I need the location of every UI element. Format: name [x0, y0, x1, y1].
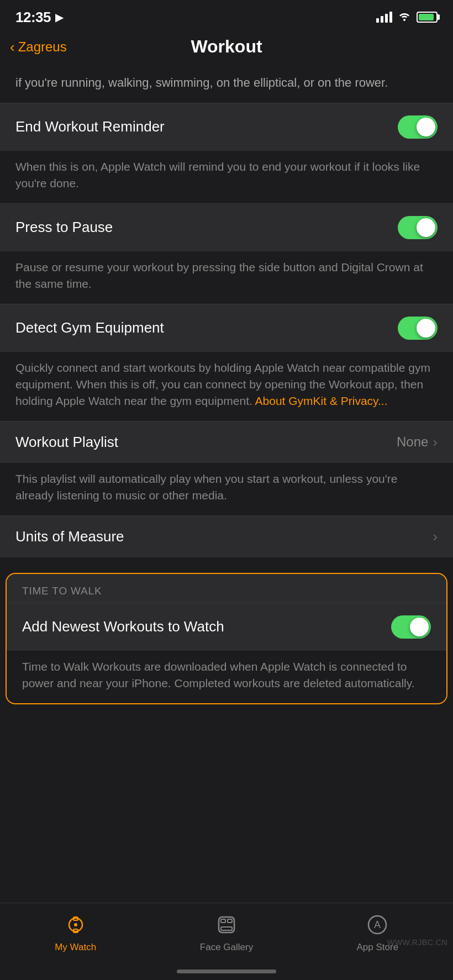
svg-point-4 — [74, 923, 77, 926]
my-watch-icon — [62, 911, 89, 939]
top-description: if you're running, walking, swimming, on… — [0, 66, 453, 103]
chevron-right-icon: › — [433, 528, 438, 545]
tab-my-watch[interactable]: My Watch — [48, 911, 103, 953]
back-chevron-icon: ‹ — [10, 40, 15, 54]
svg-rect-6 — [221, 919, 225, 923]
time-to-walk-header: TIME TO WALK — [7, 574, 446, 603]
workout-playlist-value: None — [397, 434, 428, 450]
press-to-pause-toggle[interactable] — [398, 216, 438, 239]
home-indicator — [177, 970, 276, 973]
status-time: 12:35 — [15, 9, 51, 26]
page-title: Workout — [191, 36, 262, 57]
add-newest-workouts-row: Add Newest Workouts to Watch — [7, 603, 446, 651]
time-to-walk-section: TIME TO WALK Add Newest Workouts to Watc… — [0, 573, 453, 704]
chevron-right-icon: › — [433, 434, 438, 451]
end-workout-reminder-description: When this is on, Apple Watch will remind… — [0, 151, 453, 203]
location-icon: ▶ — [55, 10, 64, 24]
tab-bar: My Watch Face Gallery A App Store — [0, 903, 453, 980]
toggle-knob — [417, 218, 435, 237]
svg-rect-8 — [221, 927, 232, 930]
face-gallery-tab-label: Face Gallery — [200, 942, 253, 953]
press-to-pause-label: Press to Pause — [15, 219, 113, 236]
toggle-knob — [417, 319, 435, 338]
nav-bar: ‹ Zagreus Workout — [0, 31, 453, 66]
toggle-knob — [417, 118, 435, 136]
wifi-icon — [398, 10, 411, 24]
end-workout-reminder-label: End Workout Reminder — [15, 118, 165, 135]
end-workout-reminder-row: End Workout Reminder — [0, 103, 453, 151]
units-chevron-group: › — [433, 528, 438, 545]
signal-icon — [376, 12, 392, 23]
add-newest-workouts-label: Add Newest Workouts to Watch — [22, 618, 224, 635]
spacer — [0, 557, 453, 568]
gymkit-privacy-link[interactable]: About GymKit & Privacy... — [255, 394, 388, 407]
highlight-border: TIME TO WALK Add Newest Workouts to Watc… — [6, 573, 447, 704]
add-newest-workouts-toggle[interactable] — [391, 615, 431, 639]
face-gallery-icon — [213, 911, 240, 939]
end-workout-reminder-toggle[interactable] — [398, 115, 438, 139]
status-icons — [376, 10, 438, 24]
svg-text:A: A — [374, 919, 381, 930]
battery-icon — [417, 12, 438, 23]
toggle-knob — [410, 618, 429, 636]
units-of-measure-row[interactable]: Units of Measure › — [0, 516, 453, 557]
svg-rect-7 — [228, 919, 232, 923]
detect-gym-label: Detect Gym Equipment — [15, 319, 164, 336]
detect-gym-row: Detect Gym Equipment — [0, 304, 453, 352]
workout-playlist-value-group: None › — [397, 434, 438, 451]
back-button[interactable]: ‹ Zagreus — [10, 39, 67, 55]
tab-face-gallery[interactable]: Face Gallery — [199, 911, 254, 953]
press-to-pause-row: Press to Pause — [0, 204, 453, 251]
app-store-icon: A — [364, 911, 391, 939]
status-bar: 12:35 ▶ — [0, 0, 453, 31]
add-newest-workouts-description: Time to Walk Workouts are downloaded whe… — [7, 651, 446, 703]
bottom-padding — [0, 709, 453, 794]
back-label: Zagreus — [18, 39, 67, 55]
units-of-measure-label: Units of Measure — [15, 528, 124, 545]
playlist-description: This playlist will automatically play wh… — [0, 463, 453, 515]
detect-gym-description: Quickly connect and start workouts by ho… — [0, 352, 453, 421]
workout-playlist-row[interactable]: Workout Playlist None › — [0, 421, 453, 463]
my-watch-tab-label: My Watch — [55, 942, 96, 953]
press-to-pause-description: Pause or resume your workout by pressing… — [0, 251, 453, 304]
watermark: WWW.RJBC.CN — [387, 938, 447, 947]
svg-point-0 — [403, 19, 405, 21]
detect-gym-toggle[interactable] — [398, 317, 438, 340]
workout-playlist-label: Workout Playlist — [15, 434, 118, 451]
